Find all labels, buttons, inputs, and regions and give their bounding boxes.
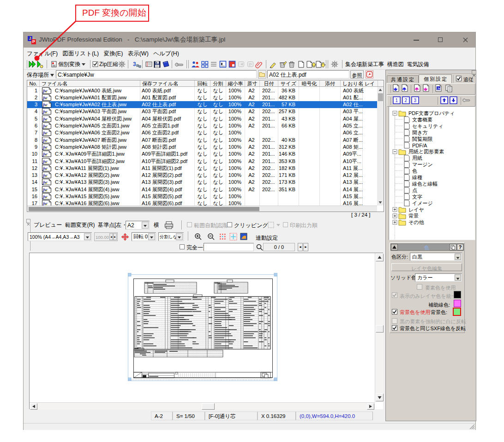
svg-text:Jw: Jw: [437, 87, 441, 90]
svg-text:P: P: [249, 62, 252, 67]
svg-text:1: 1: [396, 98, 398, 103]
svg-text:2: 2: [405, 98, 408, 103]
svg-text:3: 3: [414, 98, 417, 103]
